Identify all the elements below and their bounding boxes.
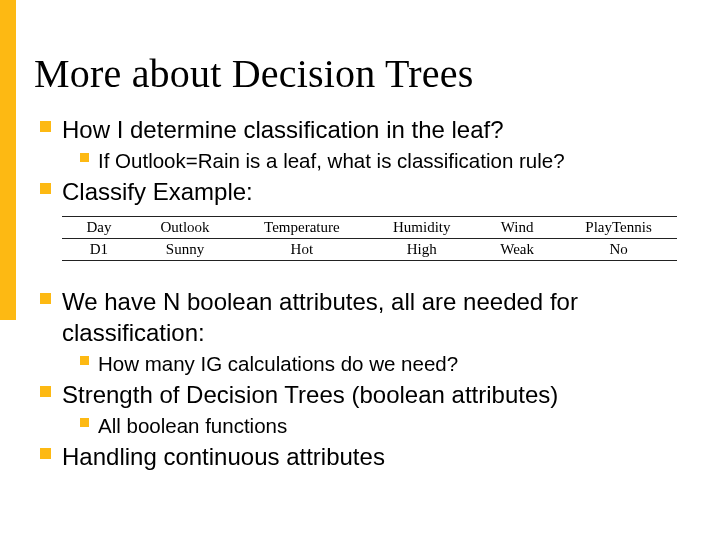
- table-header-row: Day Outlook Temperature Humidity Wind Pl…: [62, 217, 677, 239]
- sub-bullet-text: How many IG calculations do we need?: [98, 352, 458, 375]
- table-cell: High: [369, 239, 474, 261]
- bullet-list: We have N boolean attributes, all are ne…: [34, 287, 700, 473]
- table-cell: D1: [62, 239, 136, 261]
- slide: More about Decision Trees How I determin…: [0, 0, 720, 540]
- table-cell: Hot: [234, 239, 369, 261]
- table-row: D1 Sunny Hot High Weak No: [62, 239, 677, 261]
- example-table-wrap: Day Outlook Temperature Humidity Wind Pl…: [62, 216, 677, 261]
- bullet-text: Handling continuous attributes: [62, 443, 385, 470]
- sub-bullet-list: If Outlook=Rain is a leaf, what is class…: [62, 148, 700, 174]
- sub-bullet-item: All boolean functions: [80, 413, 700, 439]
- table-cell: Sunny: [136, 239, 234, 261]
- example-table: Day Outlook Temperature Humidity Wind Pl…: [62, 216, 677, 261]
- table-header: PlayTennis: [560, 217, 677, 239]
- bullet-item: How I determine classification in the le…: [40, 115, 700, 173]
- accent-bar: [0, 0, 16, 320]
- bullet-item: Strength of Decision Trees (boolean attr…: [40, 380, 700, 438]
- sub-bullet-text: If Outlook=Rain is a leaf, what is class…: [98, 149, 565, 172]
- sub-bullet-text: All boolean functions: [98, 414, 287, 437]
- sub-bullet-item: How many IG calculations do we need?: [80, 351, 700, 377]
- bullet-text: We have N boolean attributes, all are ne…: [62, 288, 578, 346]
- bullet-list: How I determine classification in the le…: [34, 115, 700, 208]
- bullet-item: Handling continuous attributes: [40, 442, 700, 473]
- table-header: Humidity: [369, 217, 474, 239]
- slide-content: More about Decision Trees How I determin…: [34, 50, 700, 477]
- bullet-item: We have N boolean attributes, all are ne…: [40, 287, 700, 376]
- table-cell: No: [560, 239, 677, 261]
- table-header: Outlook: [136, 217, 234, 239]
- bullet-text: How I determine classification in the le…: [62, 116, 504, 143]
- bullet-item: Classify Example:: [40, 177, 700, 208]
- sub-bullet-list: All boolean functions: [62, 413, 700, 439]
- table-header: Day: [62, 217, 136, 239]
- sub-bullet-list: How many IG calculations do we need?: [62, 351, 700, 377]
- slide-title: More about Decision Trees: [34, 50, 700, 97]
- bullet-text: Strength of Decision Trees (boolean attr…: [62, 381, 558, 408]
- bullet-text: Classify Example:: [62, 178, 253, 205]
- table-header: Wind: [474, 217, 560, 239]
- sub-bullet-item: If Outlook=Rain is a leaf, what is class…: [80, 148, 700, 174]
- table-header: Temperature: [234, 217, 369, 239]
- table-cell: Weak: [474, 239, 560, 261]
